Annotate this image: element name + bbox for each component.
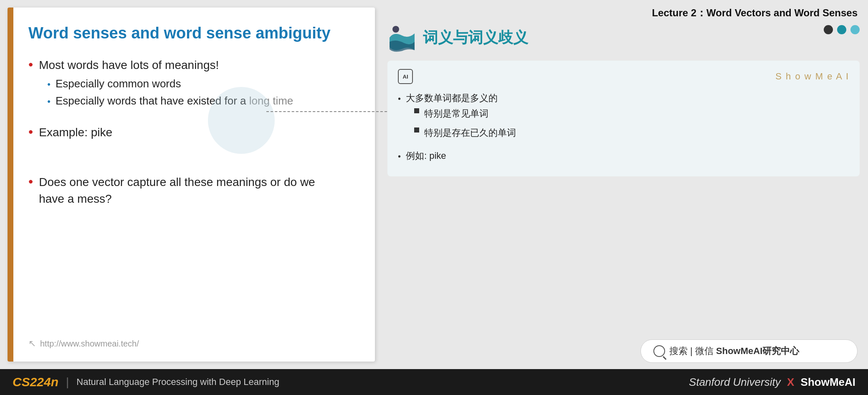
bullet-item-2: • Example: pike — [28, 124, 354, 140]
trans-bullet-1-text: 大多数单词都是多义的 — [406, 90, 516, 106]
bullet-item-1: • Most words have lots of meanings! • Es… — [28, 57, 354, 112]
bullet-dot-red-2: • — [28, 125, 33, 138]
chinese-title-text: 词义与词义歧义 — [423, 28, 528, 48]
trans-bullet-dot-2: • — [398, 149, 401, 163]
trans-sub-text-1-2: 特别是存在已久的单词 — [424, 125, 516, 140]
nav-dot-3[interactable] — [850, 25, 860, 34]
right-panel: Lecture 2：Word Vectors and Word Senses 词… — [383, 0, 868, 369]
slide-panel: Word senses and word sense ambiguity • M… — [8, 8, 375, 362]
translation-box: AI S h o w M e A I • 大多数单词都是多义的 特别是常见单词 — [387, 61, 860, 176]
search-icon — [653, 345, 665, 357]
course-code-label: CS224n — [13, 375, 58, 389]
bullet-text-1: Most words have lots of meanings! — [39, 57, 293, 73]
stanford-label: Stanford University — [689, 376, 781, 388]
ai-icon: AI — [398, 69, 413, 84]
sub-bullet-text-1-1: Especially common words — [56, 77, 181, 90]
bullet-text-2: Example: pike — [39, 124, 112, 140]
course-name-label: Natural Language Processing with Deep Le… — [76, 377, 279, 387]
sub-bullet-dot-2: • — [47, 96, 51, 107]
search-text: 搜索 | 微信 ShowMeAI研究中心 — [669, 345, 799, 357]
trans-bullet-2: • 例如: pike — [398, 148, 849, 163]
slide-footer-link: ↖ http://www.showmeai.tech/ — [28, 338, 354, 349]
bottom-left: CS224n | Natural Language Processing wit… — [13, 375, 279, 389]
trans-bullet-1-content: 大多数单词都是多义的 特别是常见单词 特别是存在已久的单词 — [406, 90, 516, 144]
trans-sub-bullets-1: 特别是常见单词 特别是存在已久的单词 — [414, 106, 516, 140]
slide-accent-bar — [8, 8, 13, 362]
nav-dot-2[interactable] — [837, 25, 846, 34]
bottom-divider: | — [66, 375, 69, 389]
x-separator: X — [787, 376, 794, 388]
slide-body: • Most words have lots of meanings! • Es… — [28, 57, 354, 330]
bottom-right: Stanford University X ShowMeAI — [689, 376, 855, 389]
chinese-title-area: 词义与词义歧义 — [387, 23, 860, 52]
bullet-item-3: • Does one vector capture all these mean… — [28, 174, 354, 206]
search-icon-handle — [663, 356, 667, 359]
showmeai-bottom-label: ShowMeAI — [801, 376, 855, 388]
search-bar[interactable]: 搜索 | 微信 ShowMeAI研究中心 — [640, 339, 858, 363]
bottom-bar: CS224n | Natural Language Processing wit… — [0, 369, 868, 395]
trans-sub-bullet-1-2: 特别是存在已久的单词 — [414, 125, 516, 140]
nav-dot-1[interactable] — [824, 25, 833, 34]
trans-bullet-2-text: 例如: pike — [406, 148, 446, 163]
translation-box-header: AI S h o w M e A I — [398, 69, 849, 84]
bullet-text-3: Does one vector capture all these meanin… — [39, 174, 323, 206]
lecture-header: Lecture 2：Word Vectors and Word Senses — [387, 6, 860, 20]
slide-title: Word senses and word sense ambiguity — [28, 24, 354, 42]
search-bold-text: ShowMeAI研究中心 — [716, 346, 799, 356]
decorative-circle — [208, 87, 275, 154]
trans-sub-bullet-1-1: 特别是常见单词 — [414, 106, 516, 121]
bullet-dot-red-3: • — [28, 175, 33, 188]
nav-dots — [824, 25, 860, 34]
showmeai-brand: S h o w M e A I — [775, 71, 849, 82]
cursor-icon: ↖ — [28, 338, 36, 349]
chinese-panel-icon — [387, 23, 417, 52]
slide-content: Word senses and word sense ambiguity • M… — [8, 8, 375, 362]
sub-bullet-dot-1: • — [47, 79, 51, 90]
trans-bullet-dot-1: • — [398, 92, 401, 106]
trans-sub-square-2 — [414, 127, 419, 133]
translation-content: • 大多数单词都是多义的 特别是常见单词 特别是存在已久的单词 — [398, 90, 849, 164]
ai-icon-label: AI — [403, 74, 408, 80]
bullet-dot-red: • — [28, 58, 33, 71]
svg-point-0 — [392, 26, 399, 33]
sub-bullet-1-1: • Especially common words — [47, 77, 293, 90]
footer-url[interactable]: http://www.showmeai.tech/ — [40, 339, 139, 349]
trans-sub-square-1 — [414, 108, 419, 113]
trans-bullet-1: • 大多数单词都是多义的 特别是常见单词 特别是存在已久的单词 — [398, 90, 849, 144]
search-bar-area: 搜索 | 微信 ShowMeAI研究中心 — [387, 339, 860, 363]
trans-sub-text-1-1: 特别是常见单词 — [424, 106, 488, 121]
slide-footer: ↖ http://www.showmeai.tech/ — [28, 330, 354, 349]
